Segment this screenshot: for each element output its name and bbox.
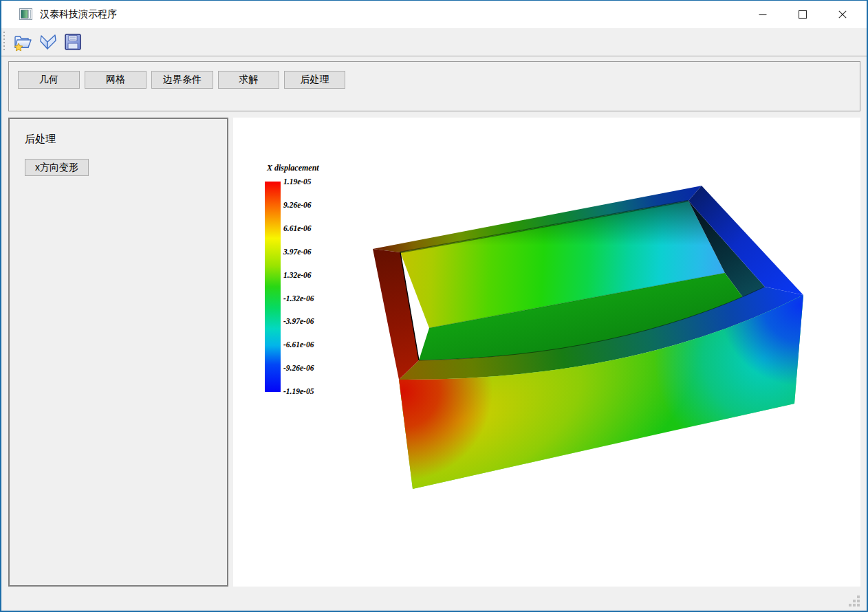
colorbar-tick: -1.32e-06 — [283, 294, 314, 303]
colorbar-tick: 3.97e-06 — [283, 248, 312, 256]
colorbar-title: X displacement — [266, 163, 319, 173]
colorbar-tick: -3.97e-06 — [283, 317, 314, 325]
postprocess-panel: 后处理 x方向变形 — [8, 118, 228, 587]
colorbar-tick: 1.32e-06 — [283, 271, 312, 279]
fem-model — [373, 186, 803, 489]
toolbar-handle[interactable] — [3, 32, 6, 52]
colorbar-tick: 6.61e-06 — [283, 224, 312, 232]
tab-geometry-button[interactable]: 几何 — [18, 71, 80, 89]
close-icon — [838, 10, 847, 19]
panel-title: 后处理 — [25, 133, 56, 146]
app-icon — [19, 8, 32, 20]
window-title: 汉泰科技演示程序 — [40, 8, 117, 21]
colorbar: X displacement 1.19e-05 9.26e-06 6.61e-0… — [265, 163, 319, 395]
fem-scene: X displacement 1.19e-05 9.26e-06 6.61e-0… — [233, 118, 860, 587]
open-model-icon — [38, 32, 58, 52]
app-window: 汉泰科技演示程序 — [0, 0, 868, 612]
x-displacement-button[interactable]: x方向变形 — [25, 159, 89, 176]
stage-buttons-groupbox: 几何 网格 边界条件 求解 后处理 — [8, 61, 860, 111]
tab-boundary-button[interactable]: 边界条件 — [151, 71, 213, 89]
save-icon — [64, 33, 82, 51]
open-model-button[interactable] — [36, 30, 61, 54]
colorbar-gradient — [265, 182, 281, 392]
colorbar-tick: -1.19e-05 — [283, 387, 314, 395]
status-bar — [1, 587, 867, 611]
maximize-icon — [799, 10, 807, 19]
title-bar[interactable]: 汉泰科技演示程序 — [1, 1, 867, 28]
resize-grip[interactable] — [849, 595, 860, 606]
colorbar-tick: 9.26e-06 — [283, 201, 312, 209]
tab-postprocess-button[interactable]: 后处理 — [284, 71, 345, 89]
close-button[interactable] — [827, 1, 858, 28]
minimize-icon — [759, 10, 767, 19]
colorbar-tick: -9.26e-06 — [283, 364, 314, 372]
open-project-button[interactable] — [11, 30, 36, 54]
toolbar — [1, 28, 867, 56]
maximize-button[interactable] — [787, 1, 818, 28]
tab-solve-button[interactable]: 求解 — [218, 71, 279, 89]
save-button[interactable] — [61, 30, 85, 54]
tab-mesh-button[interactable]: 网格 — [85, 71, 147, 89]
colorbar-tick: -6.61e-06 — [283, 340, 314, 349]
open-project-icon — [13, 32, 34, 52]
render-viewport[interactable]: X displacement 1.19e-05 9.26e-06 6.61e-0… — [233, 118, 860, 587]
colorbar-tick: 1.19e-05 — [283, 177, 312, 186]
minimize-button[interactable] — [747, 1, 779, 28]
